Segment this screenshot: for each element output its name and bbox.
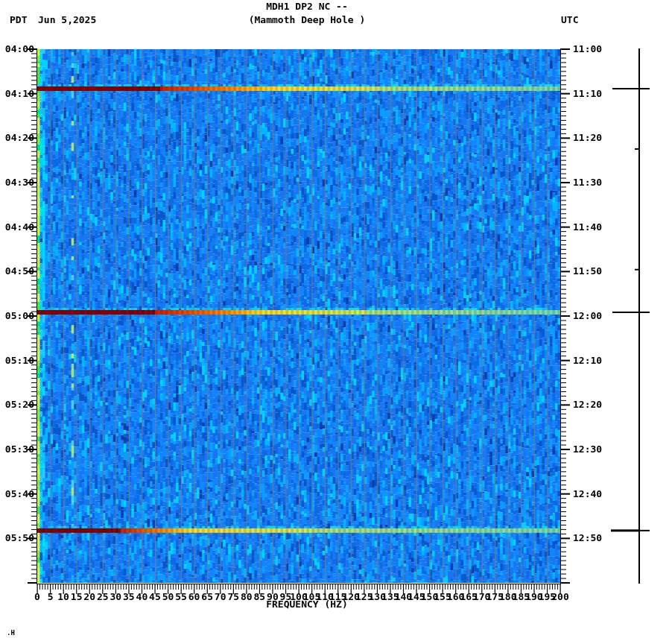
right-time-label: 11:00 (573, 44, 602, 54)
timezone-right-label: UTC (561, 15, 578, 25)
left-time-label: 04:00 (1, 44, 34, 54)
page-title: MDH1 DP2 NC -- (0, 1, 614, 11)
right-time-label: 12:40 (573, 489, 602, 499)
right-time-label: 11:30 (573, 177, 602, 187)
left-time-label: 04:10 (1, 89, 34, 98)
left-time-label: 04:50 (1, 266, 34, 276)
right-time-label: 12:10 (573, 356, 602, 365)
left-time-label: 05:50 (1, 533, 34, 543)
right-time-label: 11:10 (573, 89, 602, 98)
left-time-label: 05:20 (1, 400, 34, 409)
spectrogram-canvas (0, 0, 672, 644)
spectrogram-page: PDT Jun 5,2025 MDH1 DP2 NC -- (Mammoth D… (0, 0, 672, 644)
corner-mark: .H (7, 630, 15, 637)
right-time-label: 12:30 (573, 444, 602, 454)
right-time-label: 11:40 (573, 222, 602, 232)
right-time-label: 11:50 (573, 266, 602, 276)
left-time-label: 04:30 (1, 177, 34, 187)
left-time-label: 05:40 (1, 489, 34, 499)
right-time-label: 11:20 (573, 133, 602, 142)
left-time-label: 04:40 (1, 222, 34, 232)
right-time-label: 12:00 (573, 311, 602, 321)
left-time-label: 05:10 (1, 356, 34, 365)
right-time-label: 12:50 (573, 533, 602, 543)
page-subtitle: (Mammoth Deep Hole ) (0, 15, 614, 25)
right-time-label: 12:20 (573, 400, 602, 409)
left-time-label: 05:00 (1, 311, 34, 321)
left-time-label: 05:30 (1, 444, 34, 454)
left-time-label: 04:20 (1, 133, 34, 142)
frequency-axis-title: FREQUENCY (HZ) (0, 599, 614, 609)
